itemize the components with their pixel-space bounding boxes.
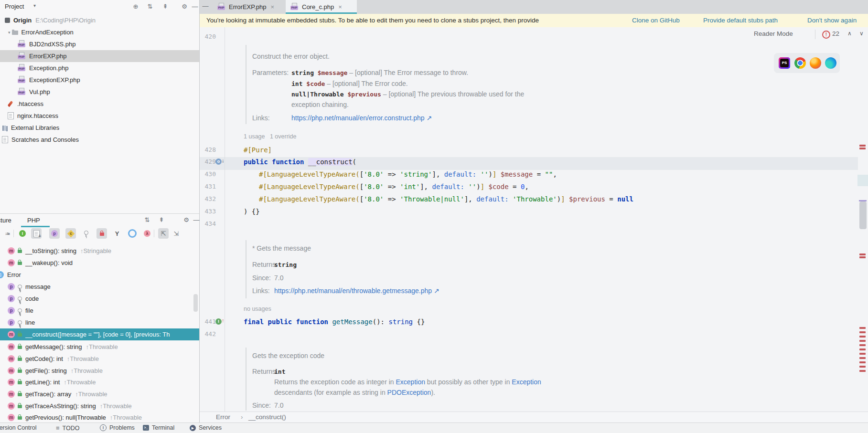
error-count[interactable]: 22 bbox=[832, 30, 839, 37]
status-item-version-control[interactable]: Version Control bbox=[0, 424, 36, 431]
show-constants-icon[interactable]: c bbox=[65, 228, 76, 239]
prev-error-icon[interactable]: ∧ bbox=[847, 30, 852, 37]
expand-all-icon[interactable]: ⇅ bbox=[145, 2, 155, 11]
show-method-separators-icon[interactable]: Y bbox=[112, 228, 122, 239]
project-row-exception-php[interactable]: Exception.php bbox=[0, 62, 199, 74]
hide-icon[interactable]: — bbox=[201, 1, 210, 11]
project-panel-title[interactable]: Project bbox=[5, 3, 24, 10]
banner-link-clone-on-github[interactable]: Clone on GitHub bbox=[632, 17, 680, 24]
sort-alphabetically-icon[interactable]: ↓az bbox=[2, 228, 12, 239]
collapse-all-icon[interactable]: ⇞ bbox=[157, 215, 166, 225]
editor-pane[interactable]: 420428429430431432433434441442 o↓I↑ 1 us… bbox=[200, 27, 868, 412]
phpstorm-icon[interactable]: PS bbox=[779, 57, 790, 69]
code-line: ) {} bbox=[244, 208, 260, 215]
close-icon[interactable]: × bbox=[338, 3, 342, 11]
reader-mode-toggle[interactable]: Reader Mode bbox=[754, 30, 806, 37]
inherited-from-label: ↑Throwable bbox=[75, 391, 107, 398]
project-row-bjd2ndxss-php[interactable]: BJD2ndXSS.php bbox=[0, 38, 199, 50]
method-icon: m bbox=[8, 247, 15, 254]
scrollbar-thumb[interactable] bbox=[859, 201, 867, 229]
usage-inlay-hint[interactable]: 1 usage 1 override bbox=[244, 133, 297, 140]
structure-scrollbar[interactable] bbox=[193, 294, 198, 312]
method-icon: m bbox=[8, 402, 15, 410]
lib-icon bbox=[2, 125, 8, 131]
close-icon[interactable]: × bbox=[271, 3, 275, 11]
error-badge-icon[interactable]: ! bbox=[822, 31, 830, 39]
status-item-todo[interactable]: ≡TODO bbox=[56, 424, 79, 432]
structure-item-error[interactable]: cError bbox=[0, 269, 199, 281]
next-error-icon[interactable]: ∨ bbox=[859, 30, 864, 37]
show-included-files-icon[interactable]: + bbox=[31, 228, 42, 239]
chevron-down-icon[interactable]: ▾ bbox=[8, 30, 11, 35]
tab-structure[interactable]: Structure bbox=[0, 217, 21, 224]
structure-item-getline[interactable]: mgetLine(): int↑Throwable bbox=[0, 376, 199, 388]
implements-icon[interactable]: I↑ bbox=[215, 318, 226, 326]
show-fields-icon[interactable] bbox=[81, 228, 91, 239]
doc-link[interactable]: Exception bbox=[512, 378, 541, 386]
tab-php-structure[interactable]: PHP bbox=[27, 217, 40, 224]
banner-link-provide-default-stubs-path[interactable]: Provide default stubs path bbox=[703, 17, 778, 24]
tab-core-c-php[interactable]: Core_c.php× bbox=[286, 0, 357, 14]
overrides-icon[interactable]: o↓ bbox=[215, 158, 226, 166]
structure-item-gettrace[interactable]: mgetTrace(): array↑Throwable bbox=[0, 388, 199, 400]
structure-item-line[interactable]: pline bbox=[0, 317, 199, 328]
expand-all-icon[interactable]: ⇅ bbox=[142, 215, 152, 225]
status-item-problems[interactable]: !Problems bbox=[100, 424, 135, 431]
show-inherited-icon[interactable]: I bbox=[17, 228, 28, 239]
chevron-down-icon[interactable]: ▾ bbox=[33, 3, 36, 8]
key-icon bbox=[18, 295, 22, 302]
project-row-vul-php[interactable]: Vul.php bbox=[0, 86, 199, 98]
doc-link[interactable]: https://php.net/manual/en/throwable.getm… bbox=[274, 287, 439, 295]
doc-link[interactable]: PDOException bbox=[387, 389, 431, 396]
breadcrumb-class[interactable]: Error bbox=[216, 413, 230, 421]
public-lock-icon bbox=[18, 331, 22, 338]
structure-item-__tostring[interactable]: m__toString(): string↑Stringable bbox=[0, 245, 199, 257]
structure-item-__wakeup[interactable]: m__wakeup(): void bbox=[0, 257, 199, 269]
project-row--htaccess[interactable]: .htaccess bbox=[0, 98, 199, 110]
structure-item-gettraceasstring[interactable]: mgetTraceAsString(): string↑Throwable bbox=[0, 400, 199, 412]
breadcrumb-method[interactable]: __construct() bbox=[248, 413, 286, 421]
php-icon bbox=[18, 65, 26, 72]
doc-link[interactable]: Exception bbox=[396, 378, 425, 386]
structure-item-file[interactable]: pfile bbox=[0, 305, 199, 317]
structure-item-getprevious[interactable]: mgetPrevious(): null|Throwable↑Throwable bbox=[0, 412, 199, 423]
settings-icon[interactable]: ⚙ bbox=[182, 215, 191, 225]
hide-panel-icon[interactable]: — bbox=[190, 2, 200, 11]
banner-link-don-t-show-again[interactable]: Don't show again bbox=[807, 17, 857, 24]
project-row-external-libraries[interactable]: External Libraries bbox=[0, 122, 199, 134]
structure-item-__construct[interactable]: m__construct([message = ""], [code = 0],… bbox=[0, 328, 199, 340]
show-interfaces-icon[interactable] bbox=[127, 228, 138, 239]
tab-errorexp-php[interactable]: ErrorEXP.php× bbox=[213, 0, 286, 14]
collapse-all-icon[interactable]: ⇞ bbox=[161, 2, 170, 11]
show-private-icon[interactable] bbox=[96, 228, 107, 239]
structure-item-getmessage[interactable]: mgetMessage(): string↑Throwable bbox=[0, 341, 199, 353]
structure-item-message[interactable]: pmessage bbox=[0, 281, 199, 293]
doc-text-row: Construct the error object. bbox=[252, 53, 330, 60]
show-properties-icon[interactable]: p bbox=[49, 228, 60, 239]
show-lambdas-icon[interactable]: λ bbox=[142, 228, 152, 239]
edge-icon[interactable] bbox=[825, 57, 836, 69]
project-row-origin[interactable]: OriginE:\Coding\PHP\Origin bbox=[0, 14, 199, 26]
structure-item-getcode[interactable]: mgetCode(): int↑Throwable bbox=[0, 353, 199, 365]
project-row-exceptionexp-php[interactable]: ExceptionEXP.php bbox=[0, 74, 199, 86]
chrome-icon[interactable] bbox=[794, 57, 806, 69]
autoscroll-to-source-icon[interactable]: ⇱ bbox=[158, 228, 169, 239]
settings-icon[interactable]: ⚙ bbox=[180, 2, 189, 11]
project-row-nginx-htaccess[interactable]: nginx.htaccess bbox=[0, 110, 199, 122]
property-icon: p bbox=[8, 283, 15, 290]
status-item-terminal[interactable]: >_Terminal bbox=[143, 424, 174, 431]
structure-item-code[interactable]: pcode bbox=[0, 293, 199, 305]
project-row-errorandexception[interactable]: ▾ErrorAndException bbox=[0, 26, 199, 38]
file-label: ErrorAndException bbox=[21, 29, 74, 36]
locate-icon[interactable]: ⊕ bbox=[131, 2, 140, 11]
firefox-icon[interactable] bbox=[810, 57, 821, 69]
doc-link[interactable]: https://php.net/manual/en/error.construc… bbox=[291, 114, 432, 122]
usage-inlay-hint[interactable]: no usages bbox=[244, 306, 271, 312]
project-row-errorexp-php[interactable]: ErrorEXP.php bbox=[0, 50, 199, 62]
autoscroll-from-source-icon[interactable]: ⇲ bbox=[171, 228, 182, 239]
property-icon: p bbox=[8, 307, 15, 314]
structure-item-getfile[interactable]: mgetFile(): string↑Throwable bbox=[0, 365, 199, 377]
php-icon bbox=[18, 53, 26, 60]
project-row-scratches-and-consoles[interactable]: Scratches and Consoles bbox=[0, 134, 199, 146]
status-item-services[interactable]: ▶Services bbox=[190, 424, 222, 431]
